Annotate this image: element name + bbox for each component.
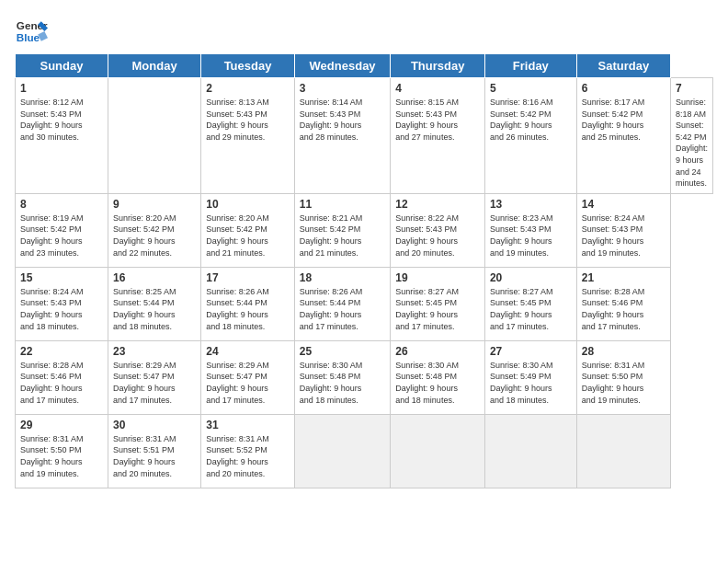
day-number: 11 — [300, 198, 386, 211]
calendar-day: 23Sunrise: 8:29 AMSunset: 5:47 PMDayligh… — [108, 340, 200, 414]
page-container: General Blue SundayMondayTuesdayWednesda… — [0, 0, 728, 496]
calendar-week: 8Sunrise: 8:19 AMSunset: 5:42 PMDaylight… — [16, 193, 713, 267]
calendar-day — [391, 414, 485, 488]
calendar-day: 8Sunrise: 8:19 AMSunset: 5:42 PMDaylight… — [16, 193, 108, 267]
day-info: Sunrise: 8:24 AMSunset: 5:43 PMDaylight:… — [582, 213, 645, 258]
day-info: Sunrise: 8:18 AMSunset: 5:42 PMDaylight:… — [676, 98, 708, 188]
day-info: Sunrise: 8:19 AMSunset: 5:42 PMDaylight:… — [20, 213, 84, 258]
calendar-day: 4Sunrise: 8:15 AMSunset: 5:43 PMDaylight… — [391, 78, 485, 194]
calendar-week: 22Sunrise: 8:28 AMSunset: 5:46 PMDayligh… — [16, 340, 713, 414]
day-number: 27 — [490, 345, 572, 358]
calendar-day: 18Sunrise: 8:26 AMSunset: 5:44 PMDayligh… — [294, 267, 391, 340]
day-info: Sunrise: 8:29 AMSunset: 5:47 PMDaylight:… — [206, 361, 269, 405]
day-info: Sunrise: 8:20 AMSunset: 5:42 PMDaylight:… — [113, 213, 176, 258]
day-number: 30 — [113, 419, 196, 431]
day-of-week-saturday: Saturday — [576, 54, 670, 78]
day-info: Sunrise: 8:28 AMSunset: 5:46 PMDaylight:… — [20, 361, 84, 405]
calendar-day: 15Sunrise: 8:24 AMSunset: 5:43 PMDayligh… — [16, 267, 108, 340]
day-number: 2 — [206, 82, 290, 95]
logo: General Blue — [15, 15, 48, 48]
calendar: SundayMondayTuesdayWednesdayThursdayFrid… — [15, 53, 713, 488]
day-of-week-friday: Friday — [484, 54, 576, 78]
day-info: Sunrise: 8:30 AMSunset: 5:49 PMDaylight:… — [490, 361, 553, 405]
day-info: Sunrise: 8:20 AMSunset: 5:42 PMDaylight:… — [206, 213, 269, 258]
calendar-day: 12Sunrise: 8:22 AMSunset: 5:43 PMDayligh… — [391, 193, 485, 267]
day-of-week-tuesday: Tuesday — [201, 54, 295, 78]
day-info: Sunrise: 8:16 AMSunset: 5:42 PMDaylight:… — [490, 98, 553, 142]
day-info: Sunrise: 8:27 AMSunset: 5:45 PMDaylight:… — [490, 287, 553, 331]
calendar-day: 1Sunrise: 8:12 AMSunset: 5:43 PMDaylight… — [16, 78, 108, 194]
day-info: Sunrise: 8:26 AMSunset: 5:44 PMDaylight:… — [206, 287, 269, 331]
day-number: 18 — [300, 271, 386, 284]
svg-text:Blue: Blue — [17, 31, 40, 43]
day-info: Sunrise: 8:31 AMSunset: 5:52 PMDaylight:… — [206, 434, 269, 478]
day-info: Sunrise: 8:31 AMSunset: 5:50 PMDaylight:… — [582, 361, 645, 405]
calendar-day — [576, 414, 670, 488]
day-info: Sunrise: 8:23 AMSunset: 5:43 PMDaylight:… — [490, 213, 553, 258]
calendar-day: 27Sunrise: 8:30 AMSunset: 5:49 PMDayligh… — [484, 340, 576, 414]
day-number: 26 — [395, 345, 480, 358]
calendar-day: 25Sunrise: 8:30 AMSunset: 5:48 PMDayligh… — [294, 340, 391, 414]
header: General Blue — [15, 15, 713, 48]
calendar-day — [484, 414, 576, 488]
day-info: Sunrise: 8:24 AMSunset: 5:43 PMDaylight:… — [20, 287, 84, 331]
day-number: 9 — [113, 198, 196, 211]
day-number: 31 — [206, 419, 290, 431]
calendar-day: 3Sunrise: 8:14 AMSunset: 5:43 PMDaylight… — [294, 78, 391, 194]
day-info: Sunrise: 8:29 AMSunset: 5:47 PMDaylight:… — [113, 361, 176, 405]
day-number: 10 — [206, 198, 290, 211]
day-number: 3 — [300, 82, 386, 95]
day-info: Sunrise: 8:30 AMSunset: 5:48 PMDaylight:… — [395, 361, 459, 405]
day-info: Sunrise: 8:30 AMSunset: 5:48 PMDaylight:… — [300, 361, 363, 405]
day-number: 6 — [582, 82, 665, 95]
day-number: 4 — [395, 82, 480, 95]
day-number: 1 — [20, 82, 103, 95]
calendar-day: 9Sunrise: 8:20 AMSunset: 5:42 PMDaylight… — [108, 193, 200, 267]
day-info: Sunrise: 8:22 AMSunset: 5:43 PMDaylight:… — [395, 213, 459, 258]
day-number: 17 — [206, 271, 290, 284]
calendar-day: 14Sunrise: 8:24 AMSunset: 5:43 PMDayligh… — [576, 193, 670, 267]
calendar-day: 24Sunrise: 8:29 AMSunset: 5:47 PMDayligh… — [201, 340, 295, 414]
day-of-week-wednesday: Wednesday — [294, 54, 391, 78]
calendar-day: 26Sunrise: 8:30 AMSunset: 5:48 PMDayligh… — [391, 340, 485, 414]
day-info: Sunrise: 8:26 AMSunset: 5:44 PMDaylight:… — [300, 287, 363, 331]
day-number: 7 — [676, 82, 708, 95]
day-number: 12 — [395, 198, 480, 211]
day-number: 20 — [490, 271, 572, 284]
day-of-week-monday: Monday — [108, 54, 200, 78]
day-number: 25 — [300, 345, 386, 358]
day-info: Sunrise: 8:17 AMSunset: 5:42 PMDaylight:… — [582, 98, 645, 142]
calendar-day: 11Sunrise: 8:21 AMSunset: 5:42 PMDayligh… — [294, 193, 391, 267]
calendar-day — [294, 414, 391, 488]
calendar-day: 22Sunrise: 8:28 AMSunset: 5:46 PMDayligh… — [16, 340, 108, 414]
calendar-day: 21Sunrise: 8:28 AMSunset: 5:46 PMDayligh… — [576, 267, 670, 340]
day-number: 15 — [20, 271, 103, 284]
calendar-day: 16Sunrise: 8:25 AMSunset: 5:44 PMDayligh… — [108, 267, 200, 340]
day-number: 16 — [113, 271, 196, 284]
day-info: Sunrise: 8:27 AMSunset: 5:45 PMDaylight:… — [395, 287, 459, 331]
day-number: 5 — [490, 82, 572, 95]
logo-icon: General Blue — [15, 15, 48, 48]
day-info: Sunrise: 8:28 AMSunset: 5:46 PMDaylight:… — [582, 287, 645, 331]
day-number: 23 — [113, 345, 196, 358]
calendar-day: 20Sunrise: 8:27 AMSunset: 5:45 PMDayligh… — [484, 267, 576, 340]
day-info: Sunrise: 8:13 AMSunset: 5:43 PMDaylight:… — [206, 98, 269, 142]
calendar-day: 19Sunrise: 8:27 AMSunset: 5:45 PMDayligh… — [391, 267, 485, 340]
day-info: Sunrise: 8:15 AMSunset: 5:43 PMDaylight:… — [395, 98, 459, 142]
day-number: 28 — [582, 345, 665, 358]
day-info: Sunrise: 8:14 AMSunset: 5:43 PMDaylight:… — [300, 98, 363, 142]
calendar-week: 1Sunrise: 8:12 AMSunset: 5:43 PMDaylight… — [16, 78, 713, 194]
day-of-week-thursday: Thursday — [391, 54, 485, 78]
day-info: Sunrise: 8:12 AMSunset: 5:43 PMDaylight:… — [20, 98, 84, 142]
day-number: 13 — [490, 198, 572, 211]
calendar-day: 28Sunrise: 8:31 AMSunset: 5:50 PMDayligh… — [576, 340, 670, 414]
day-info: Sunrise: 8:21 AMSunset: 5:42 PMDaylight:… — [300, 213, 363, 258]
calendar-day: 5Sunrise: 8:16 AMSunset: 5:42 PMDaylight… — [484, 78, 576, 194]
day-number: 24 — [206, 345, 290, 358]
calendar-body: 1Sunrise: 8:12 AMSunset: 5:43 PMDaylight… — [16, 78, 713, 488]
day-info: Sunrise: 8:31 AMSunset: 5:50 PMDaylight:… — [20, 434, 84, 478]
calendar-day: 2Sunrise: 8:13 AMSunset: 5:43 PMDaylight… — [201, 78, 295, 194]
calendar-day: 7Sunrise: 8:18 AMSunset: 5:42 PMDaylight… — [670, 78, 712, 194]
calendar-day: 13Sunrise: 8:23 AMSunset: 5:43 PMDayligh… — [484, 193, 576, 267]
calendar-day: 30Sunrise: 8:31 AMSunset: 5:51 PMDayligh… — [108, 414, 200, 488]
